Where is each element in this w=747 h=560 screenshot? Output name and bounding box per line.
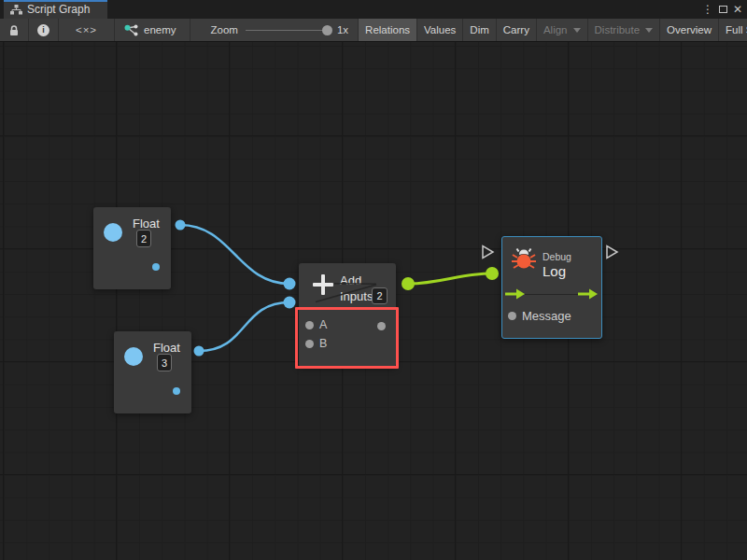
flow-input-arrow-icon[interactable] bbox=[505, 288, 525, 300]
window-menu-icon[interactable]: ⋮ bbox=[700, 0, 715, 19]
lock-icon bbox=[8, 24, 20, 36]
zoom-label: Zoom bbox=[211, 24, 238, 35]
debug-log-node[interactable]: Debug Log Message bbox=[501, 236, 602, 339]
zoom-slider[interactable] bbox=[246, 30, 330, 31]
output-port[interactable] bbox=[173, 387, 180, 395]
sitemap-icon bbox=[10, 5, 22, 15]
message-input-port[interactable] bbox=[508, 312, 516, 320]
graph-node-icon bbox=[124, 24, 138, 36]
graph-canvas[interactable]: Float 2 Float 3 Add Inputs 2 A B bbox=[0, 42, 747, 560]
graph-name-label: enemy bbox=[144, 24, 176, 35]
tab-accent-stripe bbox=[4, 0, 107, 2]
relations-button[interactable]: Relations bbox=[358, 19, 416, 41]
zoom-slider-handle[interactable] bbox=[322, 25, 332, 35]
node-title: Float bbox=[133, 217, 160, 231]
chevron-down-icon bbox=[645, 28, 653, 33]
code-view-button[interactable]: <×> bbox=[59, 19, 115, 41]
dim-button[interactable]: Dim bbox=[462, 19, 495, 41]
red-highlight-box bbox=[295, 307, 399, 369]
full-screen-button[interactable]: Full Screen bbox=[718, 19, 747, 41]
output-port[interactable] bbox=[152, 263, 160, 271]
inputs-count-field[interactable]: 2 bbox=[372, 287, 388, 304]
info-button[interactable]: i bbox=[29, 19, 59, 41]
float-node-b[interactable]: Float 3 bbox=[114, 331, 191, 413]
node-title: Float bbox=[153, 341, 180, 355]
graph-reference[interactable]: enemy bbox=[115, 19, 190, 41]
tab-script-graph[interactable]: Script Graph bbox=[4, 0, 107, 19]
bug-icon bbox=[511, 245, 537, 272]
zoom-control: Zoom 1x bbox=[190, 19, 359, 41]
carry-button[interactable]: Carry bbox=[496, 19, 536, 41]
node-title: Add bbox=[340, 273, 361, 287]
code-icon: <×> bbox=[76, 24, 97, 35]
window-controls: ⋮ ✕ bbox=[700, 0, 745, 19]
overview-button[interactable]: Overview bbox=[659, 19, 718, 41]
maximize-glyph bbox=[719, 6, 727, 13]
inputs-label: Inputs bbox=[340, 289, 373, 303]
float-type-icon bbox=[124, 347, 143, 366]
node-group-label: Debug bbox=[543, 251, 571, 262]
toolbar-buttons: Relations Values Dim Carry Align Distrib… bbox=[358, 19, 747, 41]
align-dropdown[interactable]: Align bbox=[536, 19, 587, 41]
values-button[interactable]: Values bbox=[416, 19, 462, 41]
float-value-field[interactable]: 2 bbox=[136, 230, 151, 247]
flow-relation-line bbox=[525, 294, 579, 295]
float-type-icon bbox=[104, 223, 122, 242]
tab-title: Script Graph bbox=[27, 3, 90, 16]
maximize-icon[interactable] bbox=[715, 0, 730, 19]
info-icon: i bbox=[37, 24, 49, 36]
float-value-field[interactable]: 3 bbox=[157, 354, 172, 371]
flow-output-arrow-icon[interactable] bbox=[578, 288, 598, 300]
float-node-a[interactable]: Float 2 bbox=[93, 207, 171, 289]
message-label: Message bbox=[522, 309, 571, 323]
zoom-value: 1x bbox=[337, 24, 348, 35]
title-bar: Script Graph ⋮ ✕ bbox=[0, 0, 747, 19]
chevron-down-icon bbox=[573, 28, 581, 33]
distribute-dropdown[interactable]: Distribute bbox=[587, 19, 660, 41]
close-icon[interactable]: ✕ bbox=[730, 0, 745, 19]
plus-icon bbox=[311, 273, 335, 297]
node-title: Log bbox=[543, 263, 566, 279]
script-graph-window: Script Graph ⋮ ✕ i <×> bbox=[0, 0, 747, 560]
lock-button[interactable] bbox=[0, 19, 29, 41]
graph-toolbar: i <×> enemy Zoom 1x Relations Values Dim bbox=[0, 19, 747, 42]
